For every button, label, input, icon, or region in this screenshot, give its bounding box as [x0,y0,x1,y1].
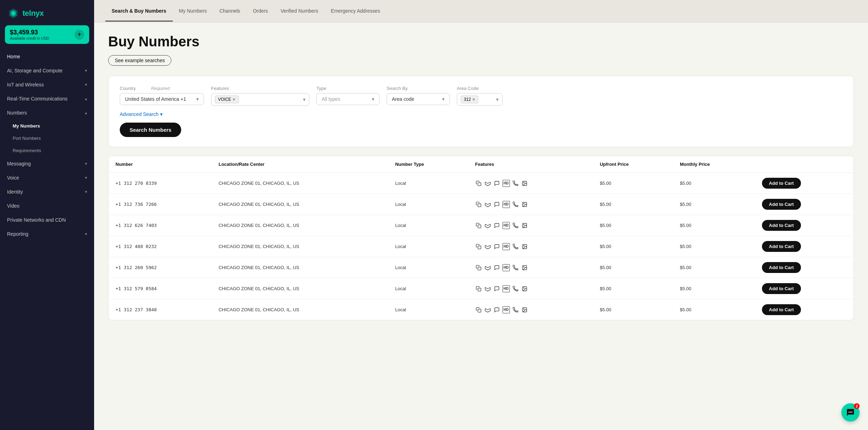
remove-area-code-tag-button[interactable]: × [472,97,475,102]
svg-rect-3 [478,204,481,207]
country-label: Country [120,86,136,91]
add-to-cart-button[interactable]: Add to Cart [762,283,801,294]
cell-upfront-price: $5.00 [593,173,673,194]
add-to-cart-button[interactable]: Add to Cart [762,220,801,231]
tab-search-buy[interactable]: Search & Buy Numbers [105,1,173,21]
signal-icon [484,201,491,208]
cell-upfront-price: $5.00 [593,257,673,278]
sidebar-item-reporting-label: Reporting [7,231,28,237]
svg-rect-12 [478,267,481,270]
chat-badge: 2 [854,403,860,409]
sidebar-item-ai-label: AI, Storage and Compute [7,68,63,73]
sidebar-item-reporting[interactable]: Reporting ▾ [0,227,94,241]
hd-icon: HD [502,306,509,313]
col-header-number: Number [108,156,211,173]
svg-point-22 [850,412,851,413]
cell-monthly-price: $5.00 [673,257,755,278]
sidebar-item-ai-storage[interactable]: AI, Storage and Compute ▾ [0,64,94,78]
cell-action: Add to Cart [755,278,854,299]
tab-emergency[interactable]: Emergency Addresses [324,1,386,21]
cell-monthly-price: $5.00 [673,194,755,215]
cell-location: CHICAGO ZONE 01, CHICAGO, IL, US [211,173,388,194]
type-select[interactable]: All types ▾ [316,93,380,105]
cell-type: Local [388,194,468,215]
credit-box[interactable]: $3,459.93 Available credit in USD + [5,25,89,44]
sidebar-item-numbers[interactable]: Numbers ▴ [0,106,94,120]
sidebar-item-iot[interactable]: IoT and Wireless ▾ [0,78,94,92]
cell-location: CHICAGO ZONE 01, CHICAGO, IL, US [211,215,388,236]
tab-my-numbers[interactable]: My Numbers [173,1,213,21]
sidebar-item-messaging[interactable]: Messaging ▾ [0,157,94,171]
add-to-cart-button[interactable]: Add to Cart [762,178,801,189]
cell-monthly-price: $5.00 [673,173,755,194]
search-by-select[interactable]: Area code ▾ [387,93,450,105]
sidebar-subitem-requirements[interactable]: Requirements [0,144,94,157]
tab-verified[interactable]: Verified Numbers [274,1,324,21]
sidebar-item-video-label: Video [7,203,20,209]
col-header-upfront: Upfront Price [593,156,673,173]
signal-icon [484,180,491,187]
page-title: Buy Numbers [108,34,854,50]
sidebar-item-video[interactable]: Video [0,199,94,213]
hd-icon: HD [502,285,509,292]
image-icon [521,243,528,250]
features-select[interactable]: VOICE × ▾ [211,93,309,106]
sidebar-item-identity[interactable]: Identity ▾ [0,185,94,199]
chevron-up-icon: ▴ [85,96,87,101]
sidebar: telnyx $3,459.93 Available credit in USD… [0,0,94,430]
add-to-cart-button[interactable]: Add to Cart [762,241,801,252]
cell-location: CHICAGO ZONE 01, CHICAGO, IL, US [211,236,388,257]
hd-icon: HD [502,201,509,208]
type-label: Type [316,86,380,91]
add-to-cart-button[interactable]: Add to Cart [762,304,801,315]
cell-features: HD [468,215,593,236]
table-row: +1 312 488 0232 CHICAGO ZONE 01, CHICAGO… [108,236,854,257]
remove-voice-tag-button[interactable]: × [232,97,235,102]
svg-point-17 [523,287,524,288]
sidebar-item-home[interactable]: Home [0,50,94,64]
tab-orders[interactable]: Orders [246,1,274,21]
sidebar-item-rtc-label: Real-Time Communications [7,96,67,102]
advanced-search-link[interactable]: Advanced Search ▾ [120,111,842,117]
country-select[interactable]: United States of America +1 ▾ [120,93,204,105]
signal-icon [484,243,491,250]
area-code-select[interactable]: 312 × ▾ [457,93,502,106]
search-numbers-button[interactable]: Search Numbers [120,123,181,137]
signal-icon [484,222,491,229]
copy-icon [475,243,482,250]
hd-icon: HD [502,222,509,229]
image-icon [521,201,528,208]
copy-icon [475,222,482,229]
add-to-cart-button[interactable]: Add to Cart [762,199,801,210]
search-panel: Country Required United States of Americ… [108,76,854,147]
sidebar-item-voice[interactable]: Voice ▾ [0,171,94,185]
add-credit-button[interactable]: + [74,30,84,40]
cell-type: Local [388,173,468,194]
cell-monthly-price: $5.00 [673,215,755,236]
chevron-down-icon: ▾ [85,189,87,194]
sidebar-item-rtc[interactable]: Real-Time Communications ▴ [0,92,94,106]
sidebar-subitem-my-numbers[interactable]: My Numbers [0,120,94,132]
cell-monthly-price: $5.00 [673,236,755,257]
cell-number: +1 312 579 0584 [108,278,211,299]
tab-channels[interactable]: Channels [213,1,246,21]
copy-icon [475,285,482,292]
svg-rect-0 [478,183,481,186]
add-to-cart-button[interactable]: Add to Cart [762,262,801,273]
table-row: +1 312 237 3848 CHICAGO ZONE 01, CHICAGO… [108,299,854,320]
sms-icon [493,201,500,208]
hd-icon: HD [502,243,509,250]
credit-label: Available credit in USD [10,36,49,40]
sms-icon [493,285,500,292]
see-example-searches-button[interactable]: See example searches [108,55,171,66]
cell-upfront-price: $5.00 [593,278,673,299]
sms-icon [493,264,500,271]
type-placeholder: All types [322,96,369,102]
cell-upfront-price: $5.00 [593,194,673,215]
sidebar-item-messaging-label: Messaging [7,161,31,167]
chat-support-button[interactable]: 2 [841,403,860,422]
sidebar-subitem-port-numbers[interactable]: Port Numbers [0,132,94,144]
sidebar-item-private-networks[interactable]: Private Networks and CDN [0,213,94,227]
sms-icon [493,243,500,250]
svg-rect-18 [478,309,481,312]
